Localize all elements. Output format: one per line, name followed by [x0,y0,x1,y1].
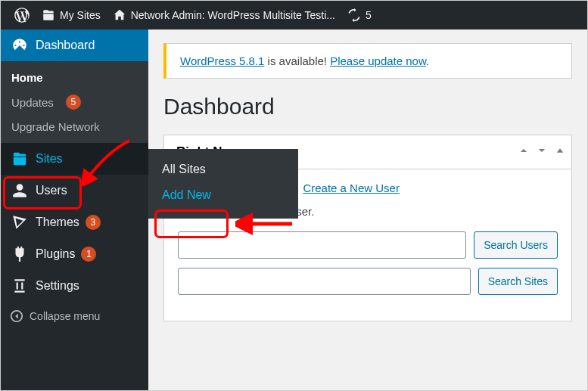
sites-icon [11,151,28,167]
menu-dashboard[interactable]: Dashboard [1,29,148,61]
chevron-down-icon [537,145,547,156]
chevron-up-icon [518,145,529,156]
collapse-menu[interactable]: Collapse menu [1,302,148,330]
search-users-button[interactable]: Search Users [474,231,558,259]
my-sites-link[interactable]: My Sites [36,8,107,22]
search-users-input[interactable] [178,231,466,259]
admin-bar: My Sites Network Admin: WordPress Multis… [1,1,587,29]
admin-menu: Dashboard Home Updates 5 Upgrade Network… [1,29,148,390]
notice-version-link[interactable]: WordPress 5.8.1 [180,54,264,67]
triangle-up-icon [555,145,565,156]
plugins-badge: 1 [81,247,96,262]
notice-avail-text: is available! [264,54,330,67]
menu-plugins[interactable]: Plugins 1 [1,238,148,270]
search-sites-row: Search Sites [178,268,558,295]
menu-sites[interactable]: Sites [1,143,148,175]
themes-badge: 3 [86,215,101,230]
updates-badge: 5 [66,95,81,110]
my-sites-label: My Sites [60,9,101,21]
flyout-all-sites[interactable]: All Sites [148,157,298,182]
settings-icon [11,278,28,294]
box-move-up[interactable] [518,144,529,160]
search-users-row: Search Users [178,231,558,259]
box-toggle[interactable] [555,144,565,160]
sites-flyout: All Sites Add New [148,149,298,219]
menu-settings-label: Settings [36,279,79,293]
dashboard-submenu: Home Updates 5 Upgrade Network [1,61,148,143]
submenu-updates[interactable]: Updates 5 [1,89,148,115]
menu-dashboard-label: Dashboard [36,39,95,52]
search-sites-button[interactable]: Search Sites [478,268,558,295]
page-title: Dashboard [163,94,572,119]
home-icon [113,8,126,22]
create-user-link[interactable]: Create a New User [303,182,400,194]
menu-sites-label: Sites [36,152,63,166]
menu-users-label: Users [36,184,67,197]
notice-action-link[interactable]: Please update now [330,54,426,67]
menu-themes-label: Themes [36,216,79,229]
menu-settings[interactable]: Settings [1,270,148,302]
collapse-label: Collapse menu [30,310,100,322]
flyout-add-new[interactable]: Add New [148,182,298,208]
updates-count: 5 [366,9,372,21]
menu-users[interactable]: Users [1,175,148,206]
dashboard-icon [11,37,28,54]
submenu-home[interactable]: Home [1,66,148,89]
users-icon [11,182,28,199]
themes-icon [11,214,28,231]
multisite-icon [42,8,55,22]
update-icon [347,8,361,22]
update-notice: WordPress 5.8.1 is available! Please upd… [163,43,572,79]
box-move-down[interactable] [537,144,547,160]
site-title-label: Network Admin: WordPress Multisite Testi… [131,9,335,21]
menu-themes[interactable]: Themes 3 [1,206,148,238]
wp-logo[interactable] [8,8,36,23]
search-sites-input[interactable] [178,268,471,295]
site-title[interactable]: Network Admin: WordPress Multisite Testi… [107,8,341,22]
submenu-updates-label: Updates [11,96,54,109]
plugins-icon [11,246,28,262]
collapse-icon [10,309,23,323]
menu-plugins-label: Plugins [36,247,75,261]
submenu-upgrade-network[interactable]: Upgrade Network [1,115,148,138]
updates-link[interactable]: 5 [341,8,378,22]
